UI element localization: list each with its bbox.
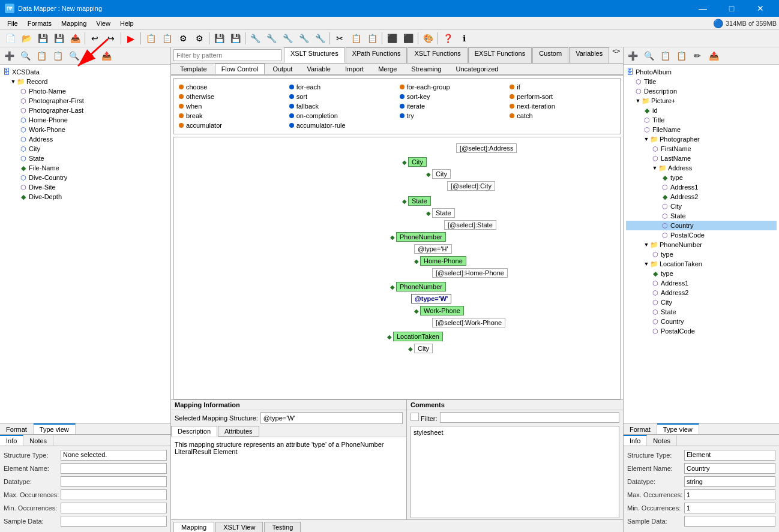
tree-node-r-phonenumber[interactable]: ▼ 📁 PhoneNumber bbox=[626, 240, 777, 250]
uncategorized-tab[interactable]: Uncategorized bbox=[449, 64, 505, 74]
menu-formats[interactable]: Formats bbox=[23, 19, 56, 28]
flow-next-iteration[interactable]: next-iteration bbox=[510, 103, 615, 110]
tree-node-r-filename[interactable]: ⬡ FileName bbox=[626, 125, 777, 134]
tb-btn-f[interactable]: 💾 bbox=[227, 31, 243, 46]
menu-file[interactable]: File bbox=[2, 19, 23, 28]
tree-node-r-locationtaken[interactable]: ▼ 📁 LocationTaken bbox=[626, 259, 777, 269]
left-tb-b[interactable]: 🔍 bbox=[17, 49, 33, 63]
merge-tab[interactable]: Merge bbox=[371, 64, 403, 74]
flow-accumulator-rule[interactable]: accumulator-rule bbox=[289, 122, 395, 129]
right-format-tab[interactable]: Format bbox=[624, 423, 657, 434]
variables-tab[interactable]: Variables bbox=[569, 47, 609, 63]
right-tb-f[interactable]: 📤 bbox=[706, 49, 721, 63]
tree-node-photog-first[interactable]: ⬡ Photographer-First bbox=[2, 96, 168, 106]
template-tab[interactable]: Template bbox=[173, 64, 214, 74]
tree-node-r-picture[interactable]: ▼ 📁 Picture+ bbox=[626, 96, 777, 106]
node-homephone-select[interactable]: [@select]:Home-Phone bbox=[432, 268, 508, 278]
right-typeview-tab[interactable]: Type view bbox=[657, 423, 699, 434]
right-tb-d[interactable]: 📋 bbox=[673, 49, 689, 63]
menu-mapping[interactable]: Mapping bbox=[56, 19, 91, 28]
tb-btn-a[interactable]: 📋 bbox=[143, 31, 158, 46]
tree-node-r-loc-postal[interactable]: ⬡ PostalCode bbox=[626, 326, 777, 336]
node-state-inner[interactable]: State bbox=[432, 208, 455, 218]
node-workphone-green[interactable]: Work-Phone bbox=[420, 306, 464, 315]
tree-node-r-loc-addr2[interactable]: ⬡ Address2 bbox=[626, 288, 777, 297]
tree-node-filename[interactable]: ◆ File-Name bbox=[2, 163, 168, 173]
tree-node-r-country[interactable]: ⬡ Country bbox=[626, 221, 777, 230]
node-addr-select[interactable]: [@select]:Address bbox=[456, 143, 517, 153]
mapping-bottom-tab[interactable]: Mapping bbox=[173, 522, 214, 532]
comment-item-stylesheet[interactable]: stylesheet bbox=[414, 429, 616, 436]
r-max-occ-input[interactable] bbox=[684, 489, 775, 500]
flow-choose[interactable]: choose bbox=[179, 83, 284, 91]
exslt-functions-tab[interactable]: EXSLT Functions bbox=[468, 47, 532, 63]
tree-node-xcsdata[interactable]: 🗄 XCSData bbox=[2, 67, 168, 77]
tree-node-r-loc-type[interactable]: ◆ type bbox=[626, 269, 777, 278]
tree-node-divecountry[interactable]: ⬡ Dive-Country bbox=[2, 173, 168, 182]
left-notes-tab[interactable]: Notes bbox=[23, 435, 53, 446]
tb-btn-d[interactable]: ⚙ bbox=[191, 31, 207, 46]
tree-node-record[interactable]: ▼ 📁 Record bbox=[2, 77, 168, 86]
help-button[interactable]: ❓ bbox=[440, 31, 456, 46]
datatype-input[interactable] bbox=[61, 476, 167, 487]
node-state-green[interactable]: State bbox=[408, 196, 431, 206]
right-tb-b[interactable]: 🔍 bbox=[641, 49, 657, 63]
flow-on-completion[interactable]: on-completion bbox=[289, 112, 395, 119]
tree-node-r-loc-state[interactable]: ⬡ State bbox=[626, 307, 777, 317]
tree-node-r-address[interactable]: ▼ 📁 Address bbox=[626, 163, 777, 173]
tree-node-r-phone-type[interactable]: ⬡ type bbox=[626, 250, 777, 259]
close-button[interactable]: ✕ bbox=[747, 0, 774, 17]
r-min-occ-input[interactable] bbox=[684, 503, 775, 513]
expand-address[interactable]: ▼ bbox=[651, 164, 658, 172]
flow-try[interactable]: try bbox=[400, 112, 505, 119]
flow-accumulator[interactable]: accumulator bbox=[179, 122, 284, 129]
tb-btn-n[interactable]: 🎨 bbox=[420, 31, 436, 46]
tb-btn-g[interactable]: 🔧 bbox=[247, 31, 263, 46]
attributes-tab[interactable]: Attributes bbox=[218, 426, 259, 437]
tree-node-r-lastname[interactable]: ⬡ LastName bbox=[626, 154, 777, 163]
min-occ-input[interactable] bbox=[61, 503, 167, 513]
flow-when[interactable]: when bbox=[179, 103, 284, 110]
maximize-button[interactable]: □ bbox=[718, 0, 745, 17]
undo-button[interactable]: ↩ bbox=[87, 31, 103, 46]
expand-locationtaken[interactable]: ▼ bbox=[643, 260, 650, 267]
tree-node-r-postalcode[interactable]: ⬡ PostalCode bbox=[626, 230, 777, 240]
left-typeview-tab[interactable]: Type view bbox=[34, 423, 76, 434]
r-elem-name-input[interactable] bbox=[684, 463, 775, 474]
tree-node-r-loc-country[interactable]: ⬡ Country bbox=[626, 317, 777, 326]
flow-iterate[interactable]: iterate bbox=[400, 103, 505, 110]
tree-node-workphone[interactable]: ⬡ Work-Phone bbox=[2, 125, 168, 134]
flow-for-each-group[interactable]: for-each-group bbox=[400, 83, 505, 91]
save-button[interactable]: 💾 bbox=[35, 31, 50, 46]
node-city-select[interactable]: [@select]:City bbox=[447, 181, 495, 191]
comments-filter-input[interactable] bbox=[440, 412, 619, 423]
flow-sort-key[interactable]: sort-key bbox=[400, 93, 505, 100]
tree-node-photoname[interactable]: ⬡ Photo-Name bbox=[2, 86, 168, 96]
left-tb-g[interactable]: 📤 bbox=[98, 49, 114, 63]
tree-node-divedepth[interactable]: ◆ Dive-Depth bbox=[2, 192, 168, 202]
right-tb-a[interactable]: ➕ bbox=[625, 49, 640, 63]
menu-view[interactable]: View bbox=[91, 19, 115, 28]
info-button[interactable]: ℹ bbox=[456, 31, 472, 46]
tree-node-r-pic-title[interactable]: ⬡ Title bbox=[626, 115, 777, 125]
expand-photographer[interactable]: ▼ bbox=[643, 136, 650, 143]
tree-node-r-addr1[interactable]: ⬡ Address1 bbox=[626, 182, 777, 192]
flow-control-tab[interactable]: Flow Control bbox=[215, 64, 265, 74]
right-notes-tab[interactable]: Notes bbox=[647, 435, 677, 446]
tree-node-homephone[interactable]: ⬡ Home-Phone bbox=[2, 115, 168, 125]
node-city-green[interactable]: City bbox=[408, 157, 427, 167]
expand-record[interactable]: ▼ bbox=[10, 78, 17, 85]
node-city-inner[interactable]: City bbox=[432, 169, 451, 179]
sample-data-input[interactable] bbox=[61, 516, 167, 527]
tree-node-r-title[interactable]: ⬡ Title bbox=[626, 77, 777, 86]
tree-node-r-id[interactable]: ◆ id bbox=[626, 106, 777, 115]
xslt-structures-tab[interactable]: XSLT Structures bbox=[284, 47, 345, 63]
tabs-scroll-right[interactable]: > bbox=[616, 47, 620, 63]
flow-catch[interactable]: catch bbox=[510, 112, 615, 119]
tb-btn-h[interactable]: 🔧 bbox=[263, 31, 279, 46]
xslt-view-tab[interactable]: XSLT View bbox=[215, 522, 263, 532]
filter-input[interactable] bbox=[173, 49, 281, 61]
node-type-w[interactable]: @type='W' bbox=[411, 294, 451, 303]
flow-fallback[interactable]: fallback bbox=[289, 103, 395, 110]
tree-node-r-addr2[interactable]: ◆ Address2 bbox=[626, 192, 777, 202]
